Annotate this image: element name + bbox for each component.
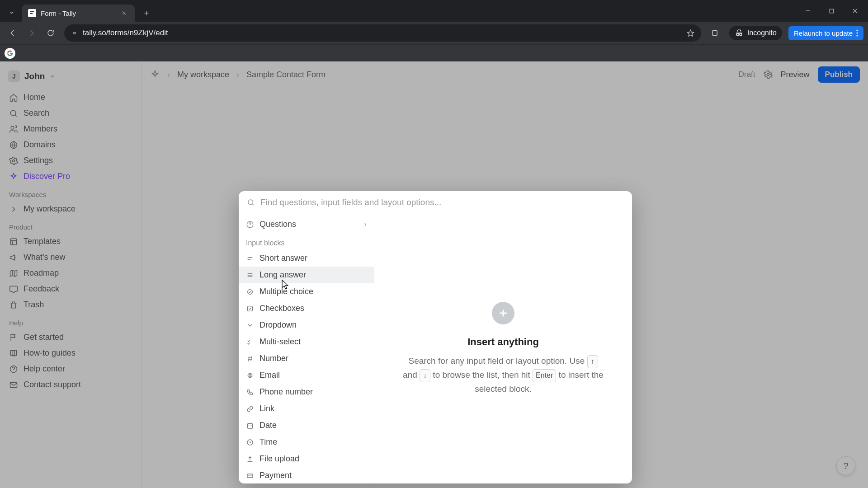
block-link[interactable]: Link <box>239 400 374 417</box>
svg-point-1 <box>74 32 75 33</box>
chevron-down-icon <box>9 9 15 16</box>
block-label: Checkboxes <box>259 304 304 313</box>
window-close-button[interactable] <box>844 3 865 19</box>
calendar-icon <box>246 422 254 430</box>
svg-rect-0 <box>830 9 834 13</box>
reload-button[interactable] <box>42 25 59 41</box>
block-label: Multiple choice <box>259 287 313 296</box>
questions-label: Questions <box>259 220 296 229</box>
modal-search-row <box>239 191 632 214</box>
tab-favicon-icon <box>28 9 36 17</box>
checkbox-icon <box>246 305 254 313</box>
close-icon <box>122 10 127 16</box>
kbd-enter: Enter <box>533 369 556 382</box>
browser-tab[interactable]: Form - Tally <box>22 5 135 22</box>
window-minimize-button[interactable] <box>797 3 818 19</box>
tab-strip: Form - Tally <box>0 0 868 22</box>
questions-category[interactable]: Questions › <box>239 214 374 235</box>
svg-point-19 <box>248 289 253 294</box>
block-payment[interactable]: Payment <box>239 467 374 483</box>
svg-rect-22 <box>248 423 253 428</box>
block-file-upload[interactable]: File upload <box>239 450 374 467</box>
block-label: Long answer <box>259 270 306 280</box>
arrow-left-icon <box>9 29 17 37</box>
puzzle-icon <box>711 29 719 37</box>
relaunch-button[interactable]: Relaunch to update <box>788 26 863 40</box>
svg-point-2 <box>74 33 75 34</box>
kbd-down: ↓ <box>420 369 430 382</box>
payment-icon <box>246 472 254 480</box>
block-long-answer[interactable]: Long answer <box>239 267 374 283</box>
svg-point-7 <box>856 32 858 33</box>
minimize-icon <box>805 8 811 14</box>
url-text: tally.so/forms/n9ZkjV/edit <box>83 28 682 38</box>
help-circle-icon <box>246 221 254 229</box>
plus-icon <box>143 10 150 16</box>
block-phone-number[interactable]: Phone number <box>239 384 374 400</box>
tab-close-button[interactable] <box>120 9 128 17</box>
google-bookmark[interactable] <box>5 48 15 59</box>
block-list-scroll[interactable]: Questions › Input blocks Short answer Lo… <box>239 214 374 483</box>
maximize-icon <box>829 8 835 14</box>
block-label: Dropdown <box>259 320 297 330</box>
upload-icon <box>246 455 254 463</box>
block-multiple-choice[interactable]: Multiple choice <box>239 283 374 300</box>
block-date[interactable]: Date <box>239 417 374 434</box>
block-list-panel: Questions › Input blocks Short answer Lo… <box>239 214 374 483</box>
svg-rect-20 <box>248 306 253 311</box>
block-email[interactable]: Email <box>239 367 374 384</box>
insert-description: Search for any input field or layout opt… <box>401 354 605 395</box>
incognito-indicator[interactable]: Incognito <box>729 26 782 40</box>
block-number[interactable]: Number <box>239 350 374 367</box>
block-preview-panel: Insert anything Search for any input fie… <box>374 214 632 483</box>
address-bar[interactable]: tally.so/forms/n9ZkjV/edit <box>64 24 701 42</box>
block-label: File upload <box>259 454 299 464</box>
extensions-button[interactable] <box>707 25 723 41</box>
svg-point-8 <box>856 35 858 36</box>
svg-point-5 <box>740 33 742 36</box>
hash-icon <box>246 355 254 363</box>
window-maximize-button[interactable] <box>821 3 842 19</box>
insert-title: Insert anything <box>467 336 539 348</box>
more-vert-icon <box>856 29 858 37</box>
star-icon[interactable] <box>686 29 695 38</box>
block-label: Date <box>259 421 277 430</box>
chevron-right-icon: › <box>364 220 367 229</box>
relaunch-label: Relaunch to update <box>794 29 853 37</box>
svg-point-17 <box>248 200 253 205</box>
block-time[interactable]: Time <box>239 434 374 450</box>
radio-icon <box>246 288 254 296</box>
block-label: Short answer <box>259 253 307 263</box>
forward-button[interactable] <box>24 25 40 41</box>
search-icon <box>247 198 255 206</box>
block-checkboxes[interactable]: Checkboxes <box>239 300 374 317</box>
plus-circle-icon <box>492 302 514 324</box>
incognito-label: Incognito <box>747 29 777 37</box>
long-answer-icon <box>246 271 254 279</box>
block-label: Email <box>259 371 280 380</box>
new-tab-button[interactable] <box>139 6 154 20</box>
search-input[interactable] <box>260 197 624 207</box>
back-button[interactable] <box>5 25 21 41</box>
svg-point-6 <box>856 29 858 31</box>
block-dropdown[interactable]: Dropdown <box>239 317 374 333</box>
at-icon <box>246 371 254 380</box>
svg-rect-3 <box>712 31 717 36</box>
block-multi-select[interactable]: Multi-select <box>239 333 374 350</box>
google-icon <box>6 50 14 57</box>
tab-title: Form - Tally <box>41 9 76 17</box>
block-short-answer[interactable]: Short answer <box>239 250 374 267</box>
insert-block-modal: Questions › Input blocks Short answer Lo… <box>239 191 632 483</box>
block-label: Phone number <box>259 387 313 397</box>
svg-point-4 <box>736 33 739 36</box>
arrow-right-icon <box>28 29 36 37</box>
block-label: Payment <box>259 471 292 480</box>
short-answer-icon <box>246 254 254 263</box>
block-label: Number <box>259 354 288 363</box>
block-label: Link <box>259 404 274 413</box>
link-icon <box>246 405 254 413</box>
tab-search-button[interactable] <box>4 5 20 21</box>
close-icon <box>852 8 858 14</box>
phone-icon <box>246 388 254 396</box>
block-label: Multi-select <box>259 337 301 347</box>
